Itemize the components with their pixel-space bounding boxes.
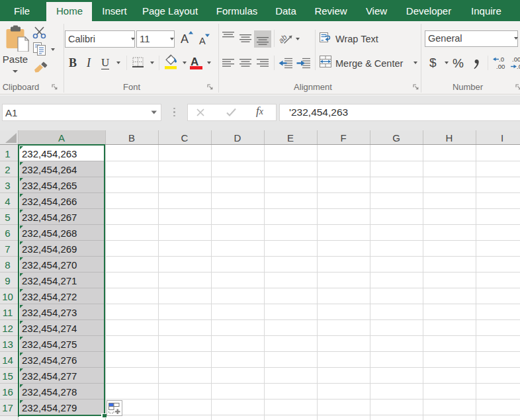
svg-text:ab: ab xyxy=(278,33,288,45)
svg-text:.00: .00 xyxy=(512,56,520,63)
svg-text:.00: .00 xyxy=(496,63,505,69)
svg-text:.0: .0 xyxy=(517,63,520,69)
svg-text:.0: .0 xyxy=(499,56,504,63)
